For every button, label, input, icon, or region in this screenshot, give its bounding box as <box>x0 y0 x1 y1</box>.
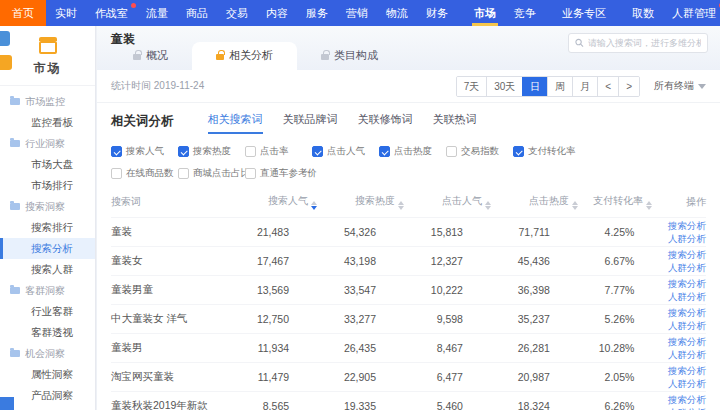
action-link-人群分析[interactable]: 人群分析 <box>652 406 706 410</box>
keyword-cell: 童装男 <box>111 334 230 363</box>
action-link-人群分析[interactable]: 人群分析 <box>652 348 706 361</box>
value-cell: 6,477 <box>404 363 491 392</box>
action-link-搜索分析[interactable]: 搜索分析 <box>652 306 706 319</box>
value-cell: 33,277 <box>317 305 404 334</box>
value-cell: 20,987 <box>491 363 578 392</box>
subtab-0[interactable]: 相关搜索词 <box>208 112 263 134</box>
column-header-1[interactable]: 搜索人气 <box>230 186 317 218</box>
tab-类目构成[interactable]: 类目构成 <box>297 42 402 70</box>
action-link-搜索分析[interactable]: 搜索分析 <box>652 277 706 290</box>
nav-item-1[interactable]: 实时 <box>46 0 86 26</box>
action-link-人群分析[interactable]: 人群分析 <box>652 261 706 274</box>
range-button-1[interactable]: 30天 <box>486 77 522 96</box>
sidebar-item-label: 客群洞察 <box>25 284 65 298</box>
metric-checkbox-4[interactable]: 点击热度 <box>379 145 446 158</box>
date-range-group: 7天30天日周月<> <box>456 76 640 97</box>
nav-item-10[interactable]: 财务 <box>417 0 457 26</box>
range-button-4[interactable]: 月 <box>572 77 597 96</box>
sidebar-item-11[interactable]: 客群透视 <box>0 322 95 343</box>
page-tabs: 概况相关分析类目构成 <box>109 42 402 70</box>
sidebar-item-12[interactable]: 机会洞察 <box>0 343 95 364</box>
column-header-4[interactable]: 点击热度 <box>491 186 578 218</box>
nav-item-5[interactable]: 交易 <box>217 0 257 26</box>
action-cell: 搜索分析人群分析 <box>652 276 706 305</box>
metric-checkbox-7[interactable]: 在线商品数 <box>111 167 178 180</box>
notification-badge <box>131 3 136 8</box>
range-button-0[interactable]: 7天 <box>457 77 487 96</box>
column-header-label: 搜索热度 <box>355 195 395 206</box>
value-cell: 22,905 <box>317 363 404 392</box>
metric-checkbox-1[interactable]: 搜索热度 <box>178 145 245 158</box>
nav-item-14[interactable]: 取数 <box>623 0 663 26</box>
sidebar-item-4[interactable]: 市场排行 <box>0 175 95 196</box>
next-button[interactable]: > <box>618 77 639 96</box>
action-cell: 搜索分析人群分析 <box>652 392 706 410</box>
keyword-cell: 中大童装女 洋气 <box>111 305 230 334</box>
nav-item-12[interactable]: 竞争 <box>505 0 545 26</box>
sidebar-item-14[interactable]: 产品洞察 <box>0 385 95 406</box>
action-link-搜索分析[interactable]: 搜索分析 <box>652 364 706 377</box>
sidebar-item-2[interactable]: 行业洞察 <box>0 133 95 154</box>
metric-checkbox-8[interactable]: 商城点击占比 <box>178 167 245 180</box>
checkbox-icon <box>446 146 457 157</box>
table-row: 淘宝网买童装11,47922,9056,47720,9872.05%搜索分析人群… <box>111 363 706 392</box>
sidebar-item-6[interactable]: 搜索排行 <box>0 217 95 238</box>
column-header-5[interactable]: 支付转化率 <box>578 186 652 218</box>
subtab-2[interactable]: 关联修饰词 <box>358 112 413 134</box>
sidebar-item-13[interactable]: 属性洞察 <box>0 364 95 385</box>
metric-checkbox-3[interactable]: 点击人气 <box>312 145 379 158</box>
table-row: 童装秋装2019年新款8,56519,3355,46018,3246.26%搜索… <box>111 392 706 410</box>
metric-checkbox-6[interactable]: 支付转化率 <box>513 145 580 158</box>
nav-item-6[interactable]: 内容 <box>257 0 297 26</box>
floating-edge-widget-blue[interactable] <box>0 31 10 46</box>
metric-label: 交易指数 <box>461 145 499 158</box>
sidebar-item-10[interactable]: 行业客群 <box>0 301 95 322</box>
action-link-人群分析[interactable]: 人群分析 <box>652 377 706 390</box>
action-link-人群分析[interactable]: 人群分析 <box>652 319 706 332</box>
sidebar-item-1[interactable]: 监控看板 <box>0 112 95 133</box>
nav-item-11[interactable]: 市场 <box>465 0 505 26</box>
metric-checkbox-9[interactable]: 直通车参考价 <box>245 167 312 180</box>
sidebar-item-9[interactable]: 客群洞察 <box>0 280 95 301</box>
prev-button[interactable]: < <box>597 77 618 96</box>
nav-item-13[interactable]: 业务专区 <box>553 0 615 26</box>
sidebar-item-8[interactable]: 搜索人群 <box>0 259 95 280</box>
nav-item-15[interactable]: 人群管理 <box>663 0 720 26</box>
metric-checkbox-5[interactable]: 交易指数 <box>446 145 513 158</box>
sidebar-item-0[interactable]: 市场监控 <box>0 91 95 112</box>
sidebar-item-3[interactable]: 市场大盘 <box>0 154 95 175</box>
range-button-3[interactable]: 周 <box>547 77 572 96</box>
action-link-搜索分析[interactable]: 搜索分析 <box>652 248 706 261</box>
nav-item-8[interactable]: 营销 <box>337 0 377 26</box>
metric-checkbox-0[interactable]: 搜索人气 <box>111 145 178 158</box>
column-header-2[interactable]: 搜索热度 <box>317 186 404 218</box>
action-link-搜索分析[interactable]: 搜索分析 <box>652 393 706 406</box>
subtab-3[interactable]: 关联热词 <box>433 112 477 134</box>
floating-bottom-widget[interactable] <box>0 397 14 410</box>
tab-相关分析[interactable]: 相关分析 <box>192 42 297 70</box>
nav-item-3[interactable]: 流量 <box>137 0 177 26</box>
metric-checkbox-2[interactable]: 点击率 <box>245 145 312 158</box>
nav-item-9[interactable]: 物流 <box>377 0 417 26</box>
nav-item-label: 内容 <box>266 6 288 21</box>
nav-item-0[interactable]: 首页 <box>0 0 46 26</box>
keyword-search-box[interactable] <box>568 33 708 53</box>
action-link-人群分析[interactable]: 人群分析 <box>652 232 706 245</box>
column-header-3[interactable]: 点击人气 <box>404 186 491 218</box>
nav-item-2[interactable]: 作战室 <box>86 0 137 26</box>
tab-概况[interactable]: 概况 <box>109 42 192 70</box>
nav-item-label: 市场 <box>474 6 496 21</box>
action-link-搜索分析[interactable]: 搜索分析 <box>652 335 706 348</box>
floating-edge-widget-orange[interactable] <box>0 55 12 70</box>
nav-item-7[interactable]: 服务 <box>297 0 337 26</box>
sidebar-item-5[interactable]: 搜索洞察 <box>0 196 95 217</box>
sidebar-item-7[interactable]: 搜索分析 <box>0 238 95 259</box>
search-input[interactable] <box>588 38 701 48</box>
terminal-dropdown[interactable]: 所有终端 <box>654 79 706 93</box>
column-header-label: 点击人气 <box>442 195 482 206</box>
subtab-1[interactable]: 关联品牌词 <box>283 112 338 134</box>
action-link-搜索分析[interactable]: 搜索分析 <box>652 219 706 232</box>
range-button-2[interactable]: 日 <box>522 77 547 96</box>
nav-item-4[interactable]: 商品 <box>177 0 217 26</box>
action-link-人群分析[interactable]: 人群分析 <box>652 290 706 303</box>
